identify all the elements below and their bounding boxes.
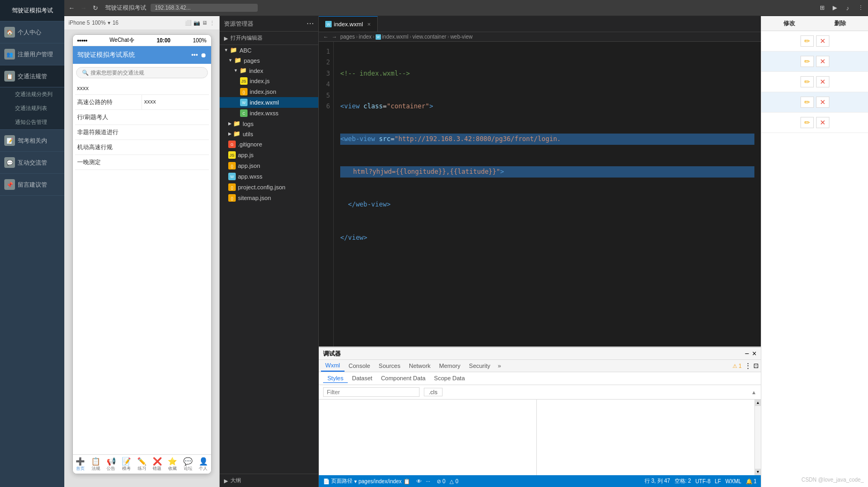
file-item-pages[interactable]: ▼ 📁 pages xyxy=(220,55,318,65)
delete-btn-4[interactable]: ✕ xyxy=(816,97,829,108)
file-item-appwxss[interactable]: W app.wxss xyxy=(220,171,318,182)
cls-btn[interactable]: .cls xyxy=(424,388,443,396)
phone-search-bar[interactable]: 🔍 xyxy=(76,67,208,78)
devtools-tab-memory[interactable]: Memory xyxy=(435,360,465,371)
phone-nav-law[interactable]: 📋 法规 xyxy=(88,457,103,471)
sidebar-item-interact[interactable]: 💬 互动交流管 xyxy=(0,152,64,174)
file-item-appjson[interactable]: {} app.json xyxy=(220,160,318,171)
nav-forward-icon[interactable]: → xyxy=(332,34,337,40)
edit-btn-4[interactable]: ✏ xyxy=(800,97,814,108)
devtools-tab-security[interactable]: Security xyxy=(465,360,495,371)
list-item[interactable]: 行/刷题考人 xyxy=(75,110,209,125)
sidebar-item-users[interactable]: 👥 注册用户管理 xyxy=(0,43,64,65)
phone-rotate-icon[interactable]: ⬜ xyxy=(185,20,191,26)
phone-nav-home[interactable]: ➕ 首页 xyxy=(73,457,88,471)
delete-btn-1[interactable]: ✕ xyxy=(816,35,829,47)
phone-nav-favorites[interactable]: ⭐ 收藏 xyxy=(165,457,181,471)
delete-btn-5[interactable]: ✕ xyxy=(816,117,829,128)
phone-screen-icon[interactable]: 🖥 xyxy=(202,20,207,26)
devtools-undock-icon[interactable]: ⊡ xyxy=(753,362,759,370)
sidebar-sub-item-category[interactable]: 交通法规分类列 xyxy=(0,87,64,101)
delete-btn-2[interactable]: ✕ xyxy=(816,56,829,67)
list-item[interactable]: xxxx xyxy=(75,82,209,95)
delete-btn-3[interactable]: ✕ xyxy=(816,76,829,87)
file-item-indexjs[interactable]: JS index.js xyxy=(220,76,318,86)
devtools-tab-wxml[interactable]: Wxml xyxy=(321,360,345,372)
phone-more-icon[interactable]: ⋮ xyxy=(209,20,215,26)
list-item[interactable]: 非题符频道进行 xyxy=(75,125,209,140)
phone-nav-notice[interactable]: 📢 公告 xyxy=(103,457,119,471)
phone-header-dots-icon[interactable]: ••• xyxy=(191,51,198,59)
toolbar-grid-icon[interactable]: ⊞ xyxy=(817,3,827,13)
status-more-icon[interactable]: ··· xyxy=(426,478,430,484)
file-item-utils[interactable]: ▶ 📁 utils xyxy=(220,129,318,139)
scroll-down-btn[interactable]: ▼ xyxy=(755,469,761,475)
list-item[interactable]: 一晚测定 xyxy=(75,155,209,170)
edit-btn-1[interactable]: ✏ xyxy=(800,35,814,47)
sidebar-item-suggestion[interactable]: 📌 留言建议管 xyxy=(0,174,64,196)
nav-back-icon[interactable]: ← xyxy=(323,34,328,40)
file-explorer-more-icon[interactable]: ⋯ xyxy=(306,19,314,28)
edit-btn-3[interactable]: ✏ xyxy=(800,76,814,87)
traffic-icon: 📋 xyxy=(4,71,15,82)
file-explorer-outline[interactable]: ▶ 大纲 xyxy=(220,474,318,487)
toolbar-more-icon[interactable]: ⋮ xyxy=(855,3,866,13)
phone-nav-practice[interactable]: ✏️ 练习 xyxy=(134,457,149,471)
file-item-index-folder[interactable]: ▼ 📁 index xyxy=(220,65,318,76)
sidebar-sub-item-notice[interactable]: 通知公告管理 xyxy=(0,115,64,129)
phone-nav-exam[interactable]: 📝 模考 xyxy=(119,457,134,471)
toolbar-play-icon[interactable]: ▶ xyxy=(829,3,840,13)
sidebar-sub-item-list[interactable]: 交通法规列表 xyxy=(0,101,64,115)
phone-nav-forum[interactable]: 💬 论坛 xyxy=(180,457,196,471)
phone-nav-wrong[interactable]: ❌ 错题 xyxy=(149,457,165,471)
file-item-indexwxml[interactable]: W index.wxml xyxy=(220,97,318,108)
devtools-close-btn[interactable]: × xyxy=(752,349,757,358)
toolbar-refresh-btn[interactable]: ↻ xyxy=(90,3,101,13)
file-item-appjs[interactable]: JS app.js xyxy=(220,150,318,160)
sidebar-item-personal[interactable]: 🏠 个人中心 xyxy=(0,21,64,43)
devtools-minimize-btn[interactable]: − xyxy=(745,349,749,358)
devtools-tab-sources[interactable]: Sources xyxy=(375,360,405,371)
devtools-scrollbar-up[interactable]: ▲ xyxy=(751,389,757,395)
file-item-indexjson[interactable]: {} index.json xyxy=(220,86,318,97)
devtools-scroll-track: ▲ ▼ xyxy=(754,400,761,475)
file-item-sitemap[interactable]: {} sitemap.json xyxy=(220,193,318,203)
open-editor-btn[interactable]: ▶ 打开内编辑器 xyxy=(220,32,318,45)
toolbar-back-btn[interactable]: ← xyxy=(66,3,77,13)
phone-nav-personal[interactable]: 👤 个人 xyxy=(196,457,211,471)
search-input[interactable] xyxy=(91,70,202,76)
file-item-indexwxss[interactable]: C index.wxss xyxy=(220,108,318,119)
toolbar-sound-icon[interactable]: ♪ xyxy=(842,3,853,13)
file-item-logs[interactable]: ▶ 📁 logs xyxy=(220,119,318,129)
devtools-subtab-styles[interactable]: Styles xyxy=(323,374,348,383)
devtools-subtab-dataset[interactable]: Dataset xyxy=(348,374,377,383)
list-item-left[interactable]: 高速公路的特 xyxy=(75,95,143,109)
tab-close-icon[interactable]: × xyxy=(367,21,370,27)
file-item-projectconfig[interactable]: {} project.config.json xyxy=(220,182,318,193)
toolbar-forward-btn[interactable]: → xyxy=(78,3,89,13)
root-folder[interactable]: ▼ 📁 ABC xyxy=(220,45,318,55)
sidebar-item-exam[interactable]: 📝 驾考相关内 xyxy=(0,130,64,152)
editor-tab-wxml[interactable]: W index.wxml × xyxy=(319,16,378,32)
file-item-gitignore[interactable]: G .gitignore xyxy=(220,139,318,150)
phone-header-record-icon[interactable]: ⏺ xyxy=(200,51,207,59)
status-path[interactable]: 📄 页面路径 ▾ pages/index/index 📋 xyxy=(323,477,410,485)
devtools-tab-console[interactable]: Console xyxy=(345,360,375,371)
devtools-subtab-component[interactable]: Component Data xyxy=(377,374,430,383)
edit-btn-5[interactable]: ✏ xyxy=(800,117,814,128)
status-filetype: WXML xyxy=(725,478,742,484)
devtools-more-tabs[interactable]: » xyxy=(495,360,504,371)
devtools-tab-network[interactable]: Network xyxy=(405,360,435,371)
devtools-filter-input[interactable] xyxy=(323,387,420,397)
edit-btn-2[interactable]: ✏ xyxy=(800,56,814,67)
devtools-actions-icon[interactable]: ⋮ xyxy=(745,362,751,370)
phone-snapshot-icon[interactable]: 📷 xyxy=(193,20,200,26)
list-item-right[interactable]: xxxx xyxy=(142,95,209,109)
status-view-icon[interactable]: 👁 xyxy=(416,478,422,484)
code-content[interactable]: <!-- index.wxml--> <view class="containe… xyxy=(334,42,761,346)
phone-time: 10:00 xyxy=(156,38,170,43)
list-item[interactable]: 机动高速行规 xyxy=(75,140,209,155)
sidebar-item-traffic[interactable]: 📋 交通法规管 xyxy=(0,65,64,87)
scroll-up-btn[interactable]: ▲ xyxy=(755,400,761,406)
devtools-subtab-scope[interactable]: Scope Data xyxy=(430,374,469,383)
